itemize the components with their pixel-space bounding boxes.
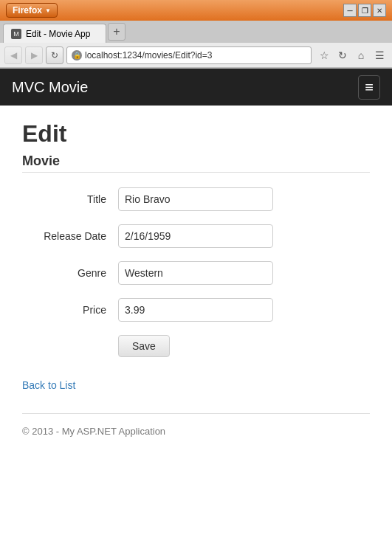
window-controls: ─ ❐ ✕ bbox=[343, 4, 386, 17]
section-divider bbox=[22, 172, 370, 173]
new-tab-button[interactable]: + bbox=[108, 23, 125, 41]
release-date-group: Release Date bbox=[22, 224, 370, 248]
back-link-container: Back to List bbox=[22, 379, 370, 391]
back-button[interactable]: ◀ bbox=[4, 46, 22, 64]
active-tab[interactable]: M Edit - Movie App bbox=[3, 24, 106, 43]
price-input[interactable] bbox=[118, 298, 273, 322]
tab-bar: M Edit - Movie App + bbox=[0, 21, 392, 43]
app-navbar: MVC Movie ≡ bbox=[0, 69, 392, 106]
app-brand: MVC Movie bbox=[12, 79, 358, 96]
back-to-list-link[interactable]: Back to List bbox=[22, 379, 75, 391]
home-icon[interactable]: ⌂ bbox=[353, 47, 369, 63]
address-text: localhost:1234/movies/Edit?id=3 bbox=[85, 50, 212, 61]
title-label: Title bbox=[22, 193, 118, 205]
firefox-button[interactable]: Firefox ▼ bbox=[6, 3, 58, 18]
browser-chrome: Firefox ▼ ─ ❐ ✕ M Edit - Movie App + ◀ ▶… bbox=[0, 0, 392, 69]
price-group: Price bbox=[22, 298, 370, 322]
save-button[interactable]: Save bbox=[118, 335, 170, 357]
tab-favicon: M bbox=[11, 29, 21, 39]
title-bar: Firefox ▼ ─ ❐ ✕ bbox=[0, 0, 392, 21]
title-input[interactable] bbox=[118, 187, 273, 211]
firefox-dropdown-arrow: ▼ bbox=[45, 7, 51, 14]
hamburger-menu[interactable]: ≡ bbox=[358, 75, 380, 100]
reload-button[interactable]: ↻ bbox=[46, 46, 63, 64]
forward-button[interactable]: ▶ bbox=[25, 46, 43, 64]
address-bar: ◀ ▶ ↻ 🔒 localhost:1234/movies/Edit?id=3 … bbox=[0, 43, 392, 68]
section-title: Movie bbox=[22, 153, 370, 169]
restore-button[interactable]: ❐ bbox=[358, 4, 371, 17]
main-content: Edit Movie Title Release Date Genre Pric… bbox=[0, 106, 392, 452]
minimize-button[interactable]: ─ bbox=[343, 4, 357, 17]
footer-text: © 2013 - My ASP.NET Application bbox=[22, 426, 165, 437]
page-title: Edit bbox=[22, 120, 370, 148]
close-button[interactable]: ✕ bbox=[373, 4, 386, 17]
address-input[interactable]: 🔒 localhost:1234/movies/Edit?id=3 bbox=[66, 46, 312, 64]
genre-input[interactable] bbox=[118, 261, 273, 285]
edit-form: Title Release Date Genre Price Save bbox=[22, 187, 370, 357]
tab-title: Edit - Movie App bbox=[26, 29, 90, 39]
firefox-label: Firefox bbox=[13, 5, 42, 15]
menu-icon[interactable]: ☰ bbox=[371, 47, 388, 63]
release-date-label: Release Date bbox=[22, 230, 118, 242]
toolbar-icons: ☆ ↻ ⌂ ☰ bbox=[316, 47, 388, 63]
save-row: Save bbox=[118, 335, 370, 357]
reload-icon2[interactable]: ↻ bbox=[334, 47, 351, 63]
title-group: Title bbox=[22, 187, 370, 211]
star-icon[interactable]: ☆ bbox=[316, 47, 332, 63]
address-favicon: 🔒 bbox=[72, 50, 82, 61]
price-label: Price bbox=[22, 304, 118, 316]
app-footer: © 2013 - My ASP.NET Application bbox=[22, 413, 370, 437]
genre-group: Genre bbox=[22, 261, 370, 285]
release-date-input[interactable] bbox=[118, 224, 273, 248]
genre-label: Genre bbox=[22, 267, 118, 279]
